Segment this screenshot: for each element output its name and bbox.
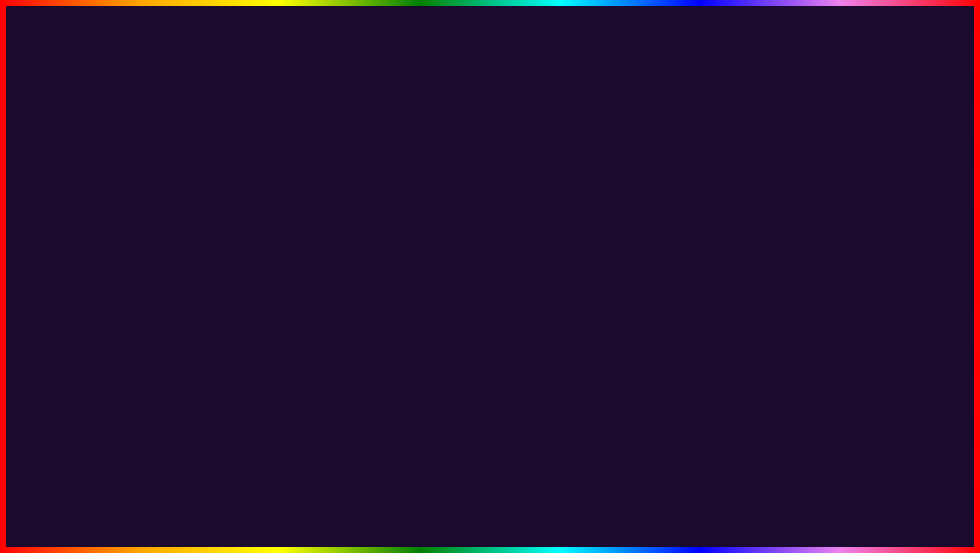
vg-orange-bar — [188, 143, 274, 150]
auto-rank-switch[interactable] — [509, 204, 524, 211]
killaura-section: KillAura 3 Distance 8 No Cooldown — [312, 247, 547, 290]
lite-panel: 🌿 Lite v 100 🔍 ▼ ⚙ ✏ AutoFarm Lock Camer… — [289, 180, 553, 332]
copy-vip-label: Copy Vip Server Codes — [198, 229, 266, 238]
title-shindo: SHINDO — [247, 5, 547, 96]
autofarm-bosses-label: AutoFarm Bosses — [312, 215, 356, 221]
lite-header: 🌿 Lite v 100 🔍 ▼ — [290, 181, 552, 199]
checkmark-rank: ✓ — [190, 240, 196, 251]
attack-toggle[interactable]: Attack — [396, 224, 472, 231]
vg-item-anti-grip[interactable]: Anti Grip/Godmode — [188, 154, 289, 164]
vg-item-event-bosses[interactable]: Event Bosses — [188, 175, 289, 186]
auto-rank-toggle[interactable]: Auto Rank — [480, 204, 557, 211]
autocollect-scrol-toggle[interactable]: AutoCollect Scrol — [480, 214, 557, 221]
bottom-title: AUTO FARM SCRIPT PASTEBIN — [0, 482, 980, 538]
vg-item-auto-upgrade-ninjutsu[interactable]: Auto Upgrade Ninjutsu — [188, 294, 289, 304]
vg-item-auto-upgrade-chakra[interactable]: Auto Upgrade Chakra — [188, 315, 289, 326]
killaura-row: KillAura 3 — [312, 251, 547, 258]
pastebin-text: PASTEBIN — [646, 495, 836, 537]
vg-item-autofarm-mobs[interactable]: AutoFarm Mobs — [188, 185, 289, 196]
lock-camera-toggle[interactable]: Lock Camera at M — [396, 204, 472, 211]
no-cooldown-label: No Cooldown — [312, 283, 348, 290]
killaura-label: KillAura — [312, 251, 333, 258]
lock-camera-label: Lock Camera at M — [396, 204, 442, 211]
scroll-filter-toggle[interactable]: Scroll Filter — [480, 224, 557, 231]
scroll-filter-label: Scroll Filter — [480, 225, 508, 231]
auto-farm-text: AUTO FARM — [144, 478, 475, 541]
leaf-icon: 🌿 — [296, 185, 306, 195]
lock-camera-switch[interactable] — [445, 204, 459, 211]
search-input[interactable] — [344, 184, 524, 195]
dropdown-icon[interactable]: ▼ — [540, 186, 547, 194]
attack-label: Attack — [396, 225, 412, 231]
vg-divider-1 — [299, 173, 396, 174]
distance-slider[interactable] — [312, 276, 547, 279]
transparency-can-switch[interactable] — [445, 214, 459, 221]
vg-autofarm-wait-row: AutoFarm Wait Time 0 — [299, 164, 396, 170]
mobile-label: MOBILE — [30, 196, 173, 236]
autofarm-wait-value: 0 — [393, 164, 396, 170]
scroll-filter-switch[interactable] — [511, 224, 526, 231]
autocollect-scrol-switch[interactable] — [526, 214, 540, 221]
no-cooldown-switch[interactable] — [533, 283, 547, 290]
autofarm-bosses-toggle[interactable]: AutoFarm Bosses — [312, 214, 388, 221]
vg-item-autofarm-boss[interactable]: AutoFarm Boss — [188, 217, 289, 228]
distance-value: 8 — [544, 267, 547, 274]
vg-item-auto-upgrade-taijutsu[interactable]: Auto Upgrade Taijutsu — [188, 304, 289, 315]
lite-title: Lite — [310, 186, 322, 194]
fluxus-hydrogen-text: FLUXUS HYDROGEN — [740, 218, 939, 294]
transparency-can-label: Transparency Can — [396, 215, 442, 221]
lite-content: AutoFarm Lock Camera at M Auto Rank Auto… — [307, 199, 552, 295]
autocollect-scrol-label: AutoCollect Scrol — [480, 215, 523, 221]
vg-item-autokeypress[interactable]: AutoKeyPress R — [188, 329, 289, 340]
toggle-row-3: AutoFarm: Silent Attack Scroll Filter — [312, 224, 547, 231]
vg-ui-settings-title: UI Settings — [299, 154, 396, 161]
title-life: LIFE — [568, 5, 734, 96]
killaura-slider[interactable] — [312, 261, 547, 263]
killaura-value: 3 — [544, 251, 547, 258]
vg-item-autofarm-dungeon[interactable]: AutoFarm Dungeon — [188, 206, 289, 217]
attack-switch[interactable] — [415, 224, 429, 231]
vg-item-event-boss-auto-hit[interactable]: Event boss auto hit — [188, 252, 289, 262]
hydrogen-label: HYDROGEN — [740, 256, 939, 294]
dot-none — [190, 167, 194, 171]
auto-upgrade-health-label: Auto Upgrade Health — [197, 284, 254, 293]
autofarm-silent-switch[interactable] — [356, 224, 371, 231]
autofarm-toggle[interactable]: AutoFarm — [312, 204, 388, 211]
autofarm-silent-label: AutoFarm: Silent — [312, 225, 353, 231]
throwable-sword-label: Throwable Sword — [312, 235, 355, 241]
script-text: SCRIPT — [491, 495, 631, 537]
toggle-row-1: AutoFarm Lock Camera at M Auto Rank — [312, 204, 547, 211]
dot-orange — [190, 157, 194, 161]
autofarm-switch[interactable] — [339, 204, 353, 211]
toggle-row-4: Throwable Sword — [312, 234, 547, 241]
vg-item-auto-upgrade-health[interactable]: Auto Upgrade Health — [188, 283, 289, 294]
settings-icon[interactable]: ⚙ — [295, 203, 302, 213]
fluxus-label: FLUXUS — [771, 218, 909, 256]
vg-item-scrollfarm[interactable]: ScrollFarm — [188, 272, 289, 283]
auto-rank-label: Auto Rank — [480, 204, 506, 211]
transparency-can-toggle[interactable]: Transparency Can — [396, 214, 472, 221]
main-title: SHINDO LIFE — [0, 10, 980, 91]
lite-version: v 100 — [326, 187, 340, 193]
vg-item-autowar[interactable]: AutoWar — [188, 262, 289, 273]
throwable-sword-switch[interactable] — [358, 234, 373, 241]
no-cooldown-row: No Cooldown — [312, 283, 547, 290]
distance-label: Distance — [312, 267, 336, 274]
vg-item-autofarm-logs[interactable]: AutoFarm Logs — [188, 164, 289, 175]
killaura-slider-fill — [312, 261, 382, 263]
autofarm-wait-label: AutoFarm Wait Time — [299, 164, 350, 170]
autofarm-silent-toggle[interactable]: AutoFarm: Silent — [312, 224, 388, 231]
edit-icon[interactable]: ✏ — [295, 219, 302, 229]
vg-item-semi-instant-kill[interactable]: Semi Instant Kill — [188, 196, 289, 206]
vg-hub-title: V.G Hub — [188, 132, 396, 140]
search-icon[interactable]: 🔍 — [528, 186, 536, 194]
android-label: ANDROID — [30, 240, 201, 281]
autofarm-bosses-switch[interactable] — [359, 214, 373, 221]
distance-slider-fill — [312, 276, 512, 279]
vg-item-autorank[interactable]: ✓ AutoRank — [188, 239, 289, 252]
autofarm-label: AutoFarm — [312, 204, 336, 211]
toggle-row-2: AutoFarm Bosses Transparency Can AutoCol… — [312, 214, 547, 221]
vg-item-copy-vip[interactable]: ✓ Copy Vip Server Codes — [188, 228, 289, 240]
distance-row: Distance 8 — [312, 267, 547, 274]
throwable-sword-toggle[interactable]: Throwable Sword — [312, 234, 388, 241]
